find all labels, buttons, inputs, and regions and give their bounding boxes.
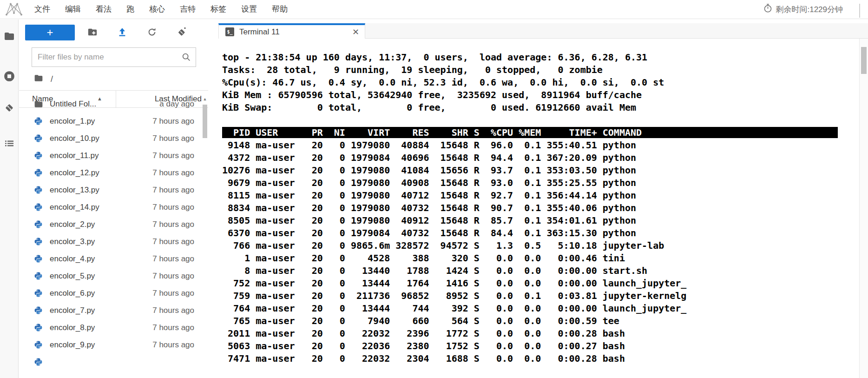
refresh-button[interactable]: [137, 23, 167, 42]
terminal-view[interactable]: top - 21:38:54 up 160 days, 11:37, 0 use…: [218, 39, 859, 378]
terminal-line: top - 21:38:54 up 160 days, 11:37, 0 use…: [222, 51, 859, 64]
python-file-icon: [34, 203, 43, 212]
terminal-line: Tasks: 28 total, 9 running, 19 sleeping,…: [222, 64, 859, 76]
file-modified: 7 hours ago: [152, 117, 194, 126]
breadcrumb[interactable]: /: [34, 73, 208, 85]
activity-bar: [0, 20, 19, 378]
file-modified: 7 hours ago: [152, 323, 194, 332]
sidebar-tab-running-sessions[interactable]: [0, 68, 19, 86]
sidebar-tab-git[interactable]: [0, 99, 19, 118]
file-name: encolor_3.py: [50, 237, 152, 246]
terminal-line: 10276 ma-user 20 0 1979080 41084 15656 R…: [222, 164, 859, 177]
terminal-line: 6370 ma-user 20 0 1979084 40732 15648 R …: [222, 227, 859, 239]
terminal-line: 766 ma-user 20 0 9865.6m 328572 94572 S …: [222, 239, 859, 252]
terminal-line: PID USER PR NI VIRT RES SHR S %CPU %MEM …: [222, 126, 859, 139]
tab-terminal-11[interactable]: $_ Terminal 11 ✕: [218, 23, 365, 39]
new-launcher-button[interactable]: +: [25, 25, 75, 40]
new-folder-icon: [87, 27, 98, 39]
file-name: encolor_1.py: [50, 117, 152, 126]
terminal-line: 5063 ma-user 20 0 22036 2380 1752 S 0.0 …: [222, 340, 859, 352]
terminal-line: 2011 ma-user 20 0 22032 2396 1772 S 0.0 …: [222, 327, 859, 340]
file-row[interactable]: encolor_10.py7 hours ago: [19, 130, 208, 147]
file-name: encolor_7.py: [50, 306, 152, 315]
file-row[interactable]: [19, 353, 208, 371]
home-folder-icon: [34, 73, 43, 85]
upload-button[interactable]: [107, 23, 137, 42]
python-file-icon: [34, 254, 43, 264]
file-row[interactable]: encolor_2.py7 hours ago: [19, 216, 208, 233]
menu-item-4[interactable]: 核心: [142, 0, 172, 19]
terminal-line: 8505 ma-user 20 0 1979080 40912 15648 R …: [222, 214, 859, 227]
upload-icon: [117, 27, 127, 39]
file-modified: a day ago: [159, 99, 194, 109]
file-list-scroll-thumb[interactable]: [203, 105, 207, 138]
app-logo-icon: [4, 1, 24, 17]
terminal-line: KiB Mem : 65790596 total, 53642940 free,…: [222, 89, 859, 101]
file-row[interactable]: encolor_6.py7 hours ago: [19, 285, 208, 302]
file-row[interactable]: encolor_4.py7 hours ago: [19, 250, 208, 267]
filter-files-input[interactable]: [32, 47, 196, 67]
file-row[interactable]: encolor_11.py7 hours ago: [19, 147, 208, 164]
menu-item-0[interactable]: 文件: [27, 0, 58, 19]
file-list: Untitled Fol...a day agoencolor_1.py7 ho…: [19, 95, 208, 378]
tab-title: Terminal 11: [239, 27, 352, 37]
file-name: encolor_2.py: [50, 220, 152, 229]
file-row[interactable]: encolor_13.py7 hours ago: [19, 181, 208, 199]
python-file-icon: [34, 340, 43, 350]
menu-item-5[interactable]: 吉特: [172, 0, 203, 19]
sidebar-tab-toc[interactable]: [0, 135, 19, 153]
file-row[interactable]: encolor_5.py7 hours ago: [19, 267, 208, 285]
file-row[interactable]: encolor_14.py7 hours ago: [19, 199, 208, 216]
file-name: encolor_6.py: [50, 289, 152, 298]
menu-item-8[interactable]: 帮助: [264, 0, 295, 19]
menu-bar: 文件编辑看法跑核心吉特标签设置帮助 剩余时间:1229分钟: [0, 0, 868, 19]
terminal-line: 9679 ma-user 20 0 1979080 40908 15648 R …: [222, 177, 859, 189]
python-file-icon: [34, 358, 43, 367]
python-file-icon: [34, 117, 43, 126]
git-clone-button[interactable]: [167, 23, 197, 42]
terminal-line: 1 ma-user 20 0 4528 388 320 S 0.0 0.0 0:…: [222, 252, 859, 265]
menu-item-7[interactable]: 设置: [234, 0, 264, 19]
folder-icon: [34, 99, 43, 109]
menu-item-6[interactable]: 标签: [203, 0, 234, 19]
file-row[interactable]: encolor_9.py7 hours ago: [19, 336, 208, 353]
file-row[interactable]: Untitled Fol...a day ago: [19, 95, 208, 113]
terminal-line: 8834 ma-user 20 0 1979080 40732 15648 R …: [222, 202, 859, 214]
file-row[interactable]: encolor_1.py7 hours ago: [19, 113, 208, 130]
file-row[interactable]: encolor_8.py7 hours ago: [19, 319, 208, 336]
file-name: encolor_9.py: [50, 340, 152, 350]
sidebar-tab-file-browser[interactable]: [0, 28, 19, 46]
tab-close-icon[interactable]: ✕: [352, 28, 359, 36]
python-file-icon: [34, 186, 43, 195]
remaining-time-label: 剩余时间:1229分钟: [776, 4, 843, 15]
terminal-line: 752 ma-user 20 0 13444 1764 1416 S 0.0 0…: [222, 277, 859, 290]
python-file-icon: [34, 306, 43, 315]
file-browser-panel: +: [19, 20, 208, 378]
file-name: encolor_11.py: [50, 151, 152, 160]
python-file-icon: [34, 151, 43, 160]
file-modified: 7 hours ago: [152, 203, 194, 212]
python-file-icon: [34, 237, 43, 246]
menu-items: 文件编辑看法跑核心吉特标签设置帮助: [27, 0, 295, 19]
file-modified: 7 hours ago: [152, 220, 194, 229]
file-modified: 7 hours ago: [152, 306, 194, 315]
new-folder-button[interactable]: [78, 23, 107, 42]
file-row[interactable]: encolor_7.py7 hours ago: [19, 302, 208, 319]
terminal-scroll-thumb[interactable]: [861, 47, 867, 74]
file-browser-toolbar: +: [19, 20, 208, 46]
git-icon: [4, 102, 15, 115]
stopwatch-icon: [763, 3, 773, 15]
python-file-icon: [34, 323, 43, 332]
terminal-line: [222, 114, 859, 126]
menu-item-1[interactable]: 编辑: [58, 0, 88, 19]
file-list-scrollbar[interactable]: ▲: [202, 95, 208, 378]
terminal-scrollbar[interactable]: [859, 39, 868, 378]
file-modified: 7 hours ago: [152, 340, 194, 350]
file-row[interactable]: encolor_12.py7 hours ago: [19, 164, 208, 181]
scroll-up-icon[interactable]: ▲: [202, 95, 208, 103]
file-modified: 7 hours ago: [152, 289, 194, 298]
file-row[interactable]: encolor_3.py7 hours ago: [19, 233, 208, 250]
terminal-line: 8115 ma-user 20 0 1979080 40712 15648 R …: [222, 189, 859, 202]
menu-item-3[interactable]: 跑: [119, 0, 142, 19]
menu-item-2[interactable]: 看法: [88, 0, 119, 19]
